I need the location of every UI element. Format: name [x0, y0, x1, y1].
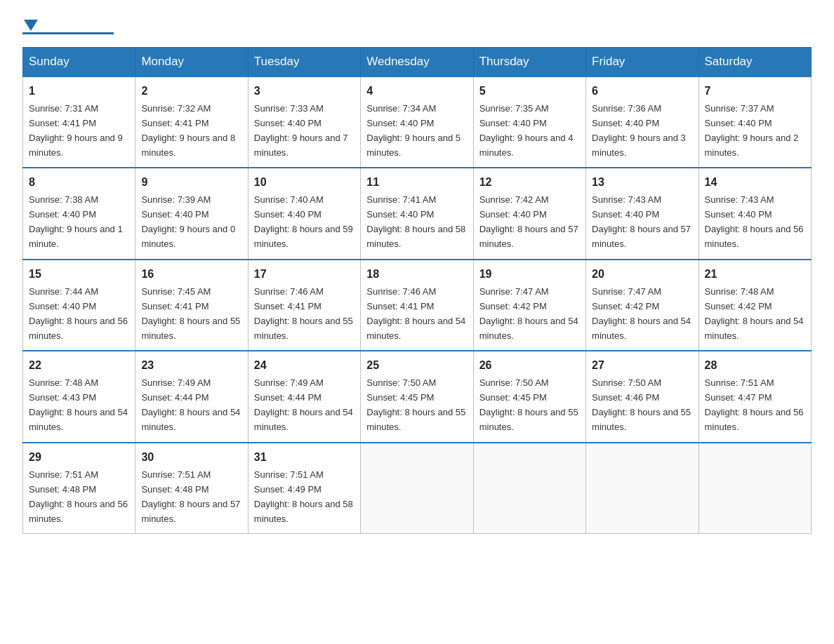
- weekday-header-thursday: Thursday: [473, 48, 585, 77]
- day-info: Sunrise: 7:37 AMSunset: 4:40 PMDaylight:…: [705, 103, 799, 158]
- calendar-cell: 20 Sunrise: 7:47 AMSunset: 4:42 PMDaylig…: [586, 260, 699, 351]
- calendar-cell: 24 Sunrise: 7:49 AMSunset: 4:44 PMDaylig…: [248, 351, 360, 442]
- calendar-table: SundayMondayTuesdayWednesdayThursdayFrid…: [22, 47, 812, 534]
- calendar-cell: 2 Sunrise: 7:32 AMSunset: 4:41 PMDayligh…: [135, 76, 248, 168]
- day-info: Sunrise: 7:51 AMSunset: 4:47 PMDaylight:…: [705, 377, 804, 432]
- day-number: 15: [29, 266, 129, 283]
- day-info: Sunrise: 7:35 AMSunset: 4:40 PMDaylight:…: [479, 103, 574, 158]
- day-info: Sunrise: 7:46 AMSunset: 4:41 PMDaylight:…: [366, 286, 465, 341]
- day-info: Sunrise: 7:47 AMSunset: 4:42 PMDaylight:…: [479, 286, 578, 341]
- day-number: 6: [592, 83, 692, 100]
- calendar-cell: 9 Sunrise: 7:39 AMSunset: 4:40 PMDayligh…: [135, 168, 248, 259]
- calendar-cell: 8 Sunrise: 7:38 AMSunset: 4:40 PMDayligh…: [23, 168, 135, 259]
- day-number: 5: [479, 83, 580, 100]
- calendar-week-2: 8 Sunrise: 7:38 AMSunset: 4:40 PMDayligh…: [23, 168, 812, 259]
- day-number: 20: [592, 266, 692, 283]
- day-info: Sunrise: 7:40 AMSunset: 4:40 PMDaylight:…: [254, 194, 353, 249]
- day-info: Sunrise: 7:50 AMSunset: 4:45 PMDaylight:…: [479, 377, 578, 432]
- day-number: 27: [592, 357, 692, 375]
- calendar-cell: 5 Sunrise: 7:35 AMSunset: 4:40 PMDayligh…: [473, 76, 585, 168]
- day-number: 25: [366, 357, 467, 375]
- calendar-cell: 11 Sunrise: 7:41 AMSunset: 4:40 PMDaylig…: [361, 168, 473, 259]
- weekday-header-wednesday: Wednesday: [361, 48, 473, 77]
- day-info: Sunrise: 7:34 AMSunset: 4:40 PMDaylight:…: [366, 103, 461, 158]
- day-number: 11: [366, 174, 467, 192]
- day-info: Sunrise: 7:39 AMSunset: 4:40 PMDaylight:…: [141, 194, 235, 249]
- day-number: 23: [141, 357, 241, 375]
- day-number: 24: [254, 357, 355, 375]
- day-info: Sunrise: 7:45 AMSunset: 4:41 PMDaylight:…: [141, 286, 240, 341]
- day-number: 29: [29, 449, 129, 467]
- day-info: Sunrise: 7:46 AMSunset: 4:41 PMDaylight:…: [254, 286, 353, 341]
- calendar-cell: 4 Sunrise: 7:34 AMSunset: 4:40 PMDayligh…: [361, 76, 473, 168]
- day-number: 9: [141, 174, 241, 192]
- calendar-week-3: 15 Sunrise: 7:44 AMSunset: 4:40 PMDaylig…: [23, 260, 812, 351]
- day-info: Sunrise: 7:32 AMSunset: 4:41 PMDaylight:…: [141, 103, 235, 158]
- day-number: 22: [29, 357, 129, 375]
- weekday-header-row: SundayMondayTuesdayWednesdayThursdayFrid…: [23, 48, 812, 77]
- calendar-cell: 31 Sunrise: 7:51 AMSunset: 4:49 PMDaylig…: [248, 443, 360, 534]
- calendar-cell: 30 Sunrise: 7:51 AMSunset: 4:48 PMDaylig…: [135, 443, 248, 534]
- calendar-cell: 23 Sunrise: 7:49 AMSunset: 4:44 PMDaylig…: [135, 351, 248, 442]
- calendar-cell: 3 Sunrise: 7:33 AMSunset: 4:40 PMDayligh…: [248, 76, 360, 168]
- day-number: 13: [592, 174, 692, 192]
- day-info: Sunrise: 7:51 AMSunset: 4:49 PMDaylight:…: [254, 469, 353, 524]
- day-info: Sunrise: 7:48 AMSunset: 4:42 PMDaylight:…: [705, 286, 804, 341]
- day-info: Sunrise: 7:49 AMSunset: 4:44 PMDaylight:…: [141, 377, 240, 432]
- day-info: Sunrise: 7:42 AMSunset: 4:40 PMDaylight:…: [479, 194, 578, 249]
- calendar-cell: 21 Sunrise: 7:48 AMSunset: 4:42 PMDaylig…: [699, 260, 811, 351]
- calendar-body: 1 Sunrise: 7:31 AMSunset: 4:41 PMDayligh…: [23, 76, 812, 534]
- day-number: 31: [254, 449, 355, 467]
- calendar-cell: 29 Sunrise: 7:51 AMSunset: 4:48 PMDaylig…: [23, 443, 135, 534]
- day-number: 30: [141, 449, 241, 467]
- calendar-cell: [473, 443, 585, 534]
- day-info: Sunrise: 7:47 AMSunset: 4:42 PMDaylight:…: [592, 286, 691, 341]
- day-number: 10: [254, 174, 355, 192]
- day-number: 17: [254, 266, 355, 283]
- calendar-week-4: 22 Sunrise: 7:48 AMSunset: 4:43 PMDaylig…: [23, 351, 812, 442]
- day-info: Sunrise: 7:50 AMSunset: 4:46 PMDaylight:…: [592, 377, 691, 432]
- calendar-week-5: 29 Sunrise: 7:51 AMSunset: 4:48 PMDaylig…: [23, 443, 812, 534]
- day-info: Sunrise: 7:51 AMSunset: 4:48 PMDaylight:…: [29, 469, 128, 524]
- calendar-cell: 22 Sunrise: 7:48 AMSunset: 4:43 PMDaylig…: [23, 351, 135, 442]
- day-info: Sunrise: 7:49 AMSunset: 4:44 PMDaylight:…: [254, 377, 353, 432]
- day-number: 8: [29, 174, 129, 192]
- day-info: Sunrise: 7:44 AMSunset: 4:40 PMDaylight:…: [29, 286, 128, 341]
- calendar-cell: 12 Sunrise: 7:42 AMSunset: 4:40 PMDaylig…: [473, 168, 585, 259]
- day-number: 4: [366, 83, 467, 100]
- calendar-cell: 14 Sunrise: 7:43 AMSunset: 4:40 PMDaylig…: [699, 168, 811, 259]
- day-number: 3: [254, 83, 355, 100]
- day-number: 2: [141, 83, 241, 100]
- day-number: 1: [29, 83, 129, 100]
- logo: [22, 17, 114, 34]
- weekday-header-friday: Friday: [586, 48, 699, 77]
- calendar-cell: [699, 443, 811, 534]
- calendar-cell: [586, 443, 699, 534]
- day-number: 14: [705, 174, 805, 192]
- calendar-cell: 18 Sunrise: 7:46 AMSunset: 4:41 PMDaylig…: [361, 260, 473, 351]
- day-number: 26: [479, 357, 580, 375]
- day-number: 18: [366, 266, 467, 283]
- page-header: [22, 17, 812, 34]
- day-info: Sunrise: 7:48 AMSunset: 4:43 PMDaylight:…: [29, 377, 128, 432]
- calendar-week-1: 1 Sunrise: 7:31 AMSunset: 4:41 PMDayligh…: [23, 76, 812, 168]
- day-info: Sunrise: 7:43 AMSunset: 4:40 PMDaylight:…: [705, 194, 804, 249]
- calendar-cell: 13 Sunrise: 7:43 AMSunset: 4:40 PMDaylig…: [586, 168, 699, 259]
- calendar-header: SundayMondayTuesdayWednesdayThursdayFrid…: [23, 48, 812, 77]
- day-info: Sunrise: 7:38 AMSunset: 4:40 PMDaylight:…: [29, 194, 123, 249]
- calendar-cell: 10 Sunrise: 7:40 AMSunset: 4:40 PMDaylig…: [248, 168, 360, 259]
- weekday-header-monday: Monday: [135, 48, 248, 77]
- calendar-cell: 17 Sunrise: 7:46 AMSunset: 4:41 PMDaylig…: [248, 260, 360, 351]
- calendar-cell: 26 Sunrise: 7:50 AMSunset: 4:45 PMDaylig…: [473, 351, 585, 442]
- day-number: 21: [705, 266, 805, 283]
- day-number: 19: [479, 266, 580, 283]
- calendar-cell: [361, 443, 473, 534]
- calendar-cell: 25 Sunrise: 7:50 AMSunset: 4:45 PMDaylig…: [361, 351, 473, 442]
- day-info: Sunrise: 7:43 AMSunset: 4:40 PMDaylight:…: [592, 194, 691, 249]
- weekday-header-sunday: Sunday: [23, 48, 135, 77]
- logo-triangle-icon: [24, 20, 38, 31]
- day-info: Sunrise: 7:31 AMSunset: 4:41 PMDaylight:…: [29, 103, 123, 158]
- day-number: 28: [705, 357, 805, 375]
- day-number: 16: [141, 266, 241, 283]
- calendar-cell: 6 Sunrise: 7:36 AMSunset: 4:40 PMDayligh…: [586, 76, 699, 168]
